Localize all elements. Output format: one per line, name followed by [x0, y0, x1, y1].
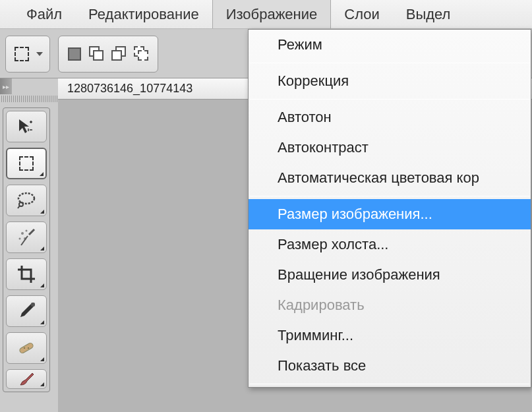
eyedropper-tool[interactable]	[6, 295, 47, 327]
menu-separator	[250, 99, 529, 100]
add-selection-icon[interactable]	[88, 45, 106, 63]
menu-edit[interactable]: Редактирование	[75, 0, 212, 28]
menu-layers[interactable]: Слои	[331, 0, 393, 28]
menu-reveal-all[interactable]: Показать все	[249, 351, 531, 381]
lasso-tool[interactable]	[6, 185, 47, 216]
svg-rect-6	[31, 303, 35, 307]
marquee-options	[5, 36, 50, 73]
magic-wand-icon	[16, 227, 37, 248]
menu-auto-color[interactable]: Автоматическая цветовая кор	[249, 163, 531, 193]
selection-mode-group	[58, 36, 158, 73]
menu-auto-tone[interactable]: Автотон	[249, 102, 531, 132]
move-tool[interactable]	[6, 111, 47, 142]
marquee-tool[interactable]	[6, 148, 47, 179]
marquee-icon	[13, 45, 31, 63]
svg-rect-7	[18, 342, 34, 354]
menu-canvas-size[interactable]: Размер холста...	[249, 229, 531, 260]
menu-trim[interactable]: Тримминг...	[249, 320, 531, 351]
menu-separator	[250, 63, 529, 63]
lasso-tool-icon	[16, 191, 37, 210]
svg-point-8	[24, 347, 25, 349]
marquee-tool-icon	[19, 156, 34, 171]
intersect-selection-icon[interactable]	[133, 45, 151, 63]
svg-point-9	[28, 347, 29, 349]
menu-file[interactable]: Файл	[13, 0, 75, 28]
svg-point-4	[26, 230, 28, 232]
crop-tool-icon	[16, 264, 36, 284]
menu-auto-contrast[interactable]: Автоконтраст	[249, 132, 531, 163]
menu-crop: Кадрировать	[249, 290, 531, 320]
menu-image[interactable]: Изображение	[212, 0, 332, 28]
menu-select[interactable]: Выдел	[393, 0, 464, 28]
svg-point-2	[21, 232, 24, 235]
subtract-selection-icon[interactable]	[110, 45, 129, 63]
menu-image-rotation[interactable]: Вращение изображения	[249, 260, 531, 290]
menu-separator	[250, 384, 529, 384]
menu-separator	[250, 196, 529, 196]
menubar: Файл Редактирование Изображение Слои Выд…	[0, 0, 532, 29]
healing-brush-tool[interactable]	[6, 332, 47, 364]
eyedropper-icon	[16, 301, 36, 321]
move-tool-icon	[16, 117, 36, 136]
menu-mode[interactable]: Режим	[249, 30, 531, 60]
bandage-icon	[16, 338, 36, 358]
chevron-down-icon[interactable]	[36, 52, 43, 56]
image-menu-dropdown: Режим Коррекция Автотон Автоконтраст Авт…	[248, 29, 531, 388]
svg-point-3	[19, 238, 21, 240]
brush-icon	[16, 369, 36, 389]
new-selection-icon[interactable]	[65, 45, 84, 63]
panel-grip-icon[interactable]	[1, 96, 58, 102]
crop-tool[interactable]	[6, 258, 47, 290]
tool-palette	[3, 107, 50, 392]
menu-image-size[interactable]: Размер изображения...	[249, 199, 531, 229]
brush-tool[interactable]	[6, 369, 47, 389]
magic-wand-tool[interactable]	[6, 221, 47, 253]
menu-adjustments[interactable]: Коррекция	[249, 66, 531, 96]
panel-expand-icon[interactable]: ▸▸	[0, 78, 12, 94]
